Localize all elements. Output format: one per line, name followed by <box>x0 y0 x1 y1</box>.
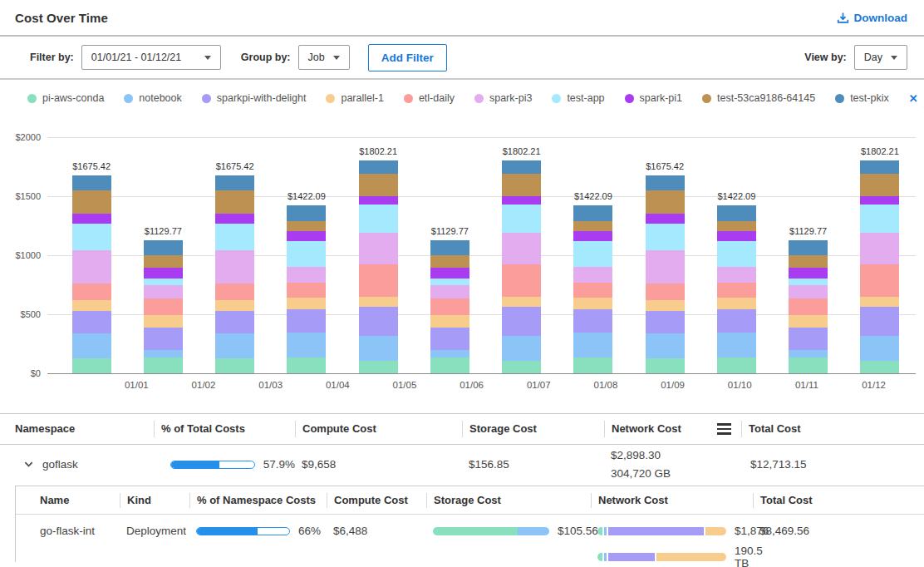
bar-segment-test-pkix[interactable] <box>646 175 685 190</box>
bar-segment-parallel-1[interactable] <box>72 300 111 311</box>
bar-segment-test-pkix[interactable] <box>144 240 183 256</box>
bar-segment-sparkpi-with-delight[interactable] <box>789 328 828 350</box>
bar-segment-sparkpi-with-delight[interactable] <box>359 307 398 336</box>
bar-segment-parallel-1[interactable] <box>430 315 469 328</box>
bar-segment-etl-daily[interactable] <box>287 283 326 298</box>
bar-segment-notebook[interactable] <box>573 333 612 357</box>
bar-segment-test-app[interactable] <box>502 205 541 233</box>
bar-segment-etl-daily[interactable] <box>573 283 612 298</box>
legend-item-spark-pi1[interactable]: spark-pi1 <box>625 92 682 104</box>
bar-segment-sparkpi-with-delight[interactable] <box>646 311 685 333</box>
bar-segment-spark-pi3[interactable] <box>573 267 612 283</box>
bar-01/10[interactable]: $1422.09 <box>717 191 756 373</box>
bar-segment-pi-aws-conda[interactable] <box>573 357 612 373</box>
bar-segment-pi-aws-conda[interactable] <box>144 357 183 373</box>
bar-segment-spark-pi1[interactable] <box>573 231 612 241</box>
bar-segment-test-pkix[interactable] <box>789 240 828 256</box>
bar-segment-test-app[interactable] <box>287 241 326 267</box>
bar-segment-spark-pi1[interactable] <box>430 268 469 279</box>
bar-segment-parallel-1[interactable] <box>717 298 756 309</box>
legend-item-pi-aws-conda[interactable]: pi-aws-conda <box>27 92 104 104</box>
bar-segment-test-53ca9186-64145[interactable] <box>359 174 398 196</box>
legend-item-notebook[interactable]: notebook <box>124 92 181 104</box>
bar-segment-spark-pi1[interactable] <box>72 214 111 223</box>
bar-segment-parallel-1[interactable] <box>860 297 899 307</box>
bar-segment-parallel-1[interactable] <box>573 298 612 309</box>
bar-segment-test-pkix[interactable] <box>287 205 326 221</box>
date-range-select[interactable]: 01/01/21 - 01/12/21 <box>81 45 221 70</box>
bar-segment-test-pkix[interactable] <box>72 175 111 190</box>
bar-segment-notebook[interactable] <box>430 350 469 357</box>
bar-01/09[interactable]: $1675.42 <box>646 161 685 373</box>
bar-segment-spark-pi3[interactable] <box>359 233 398 264</box>
bar-segment-spark-pi3[interactable] <box>287 267 326 283</box>
bar-segment-etl-daily[interactable] <box>430 298 469 315</box>
bar-segment-parallel-1[interactable] <box>502 297 541 307</box>
bar-segment-test-53ca9186-64145[interactable] <box>72 190 111 214</box>
legend-item-parallel-1[interactable]: parallel-1 <box>326 92 383 104</box>
bar-segment-pi-aws-conda[interactable] <box>430 357 469 373</box>
bar-segment-sparkpi-with-delight[interactable] <box>72 311 111 333</box>
bar-01/01[interactable]: $1675.42 <box>72 161 111 373</box>
bar-segment-spark-pi1[interactable] <box>860 196 899 205</box>
bar-segment-sparkpi-with-delight[interactable] <box>430 328 469 350</box>
bar-01/02[interactable]: $1129.77 <box>144 226 183 373</box>
bar-segment-test-53ca9186-64145[interactable] <box>717 221 756 232</box>
bar-segment-notebook[interactable] <box>72 333 111 358</box>
bar-segment-etl-daily[interactable] <box>789 298 828 315</box>
bar-segment-spark-pi3[interactable] <box>72 250 111 284</box>
namespace-cell[interactable]: goflask <box>15 458 154 471</box>
bar-segment-spark-pi1[interactable] <box>646 214 685 223</box>
add-filter-button[interactable]: Add Filter <box>368 44 447 71</box>
bar-segment-spark-pi3[interactable] <box>789 285 828 298</box>
bar-segment-spark-pi3[interactable] <box>502 233 541 264</box>
bar-segment-etl-daily[interactable] <box>860 264 899 297</box>
bar-segment-etl-daily[interactable] <box>144 298 183 315</box>
bar-segment-test-pkix[interactable] <box>502 160 541 174</box>
bar-segment-pi-aws-conda[interactable] <box>646 358 685 374</box>
bar-01/08[interactable]: $1422.09 <box>573 191 612 373</box>
bar-segment-notebook[interactable] <box>717 333 756 357</box>
bar-segment-notebook[interactable] <box>789 350 828 357</box>
bar-segment-parallel-1[interactable] <box>144 315 183 328</box>
bar-segment-spark-pi1[interactable] <box>789 268 828 279</box>
bar-segment-test-pkix[interactable] <box>860 160 899 174</box>
bar-01/11[interactable]: $1129.77 <box>789 226 828 373</box>
legend-item-spark-pi3[interactable]: spark-pi3 <box>474 92 532 104</box>
bar-segment-test-pkix[interactable] <box>359 160 398 174</box>
bar-segment-notebook[interactable] <box>359 336 398 361</box>
bar-segment-spark-pi1[interactable] <box>359 196 398 205</box>
legend-item-test-app[interactable]: test-app <box>552 92 604 104</box>
bar-segment-spark-pi1[interactable] <box>287 231 326 241</box>
bar-segment-test-pkix[interactable] <box>430 240 469 256</box>
legend-item-etl-daily[interactable]: etl-daily <box>404 92 455 104</box>
bar-segment-parallel-1[interactable] <box>789 315 828 328</box>
bar-segment-sparkpi-with-delight[interactable] <box>502 307 541 336</box>
bar-segment-pi-aws-conda[interactable] <box>72 358 111 374</box>
bar-segment-test-pkix[interactable] <box>573 205 612 221</box>
bar-segment-test-53ca9186-64145[interactable] <box>144 255 183 268</box>
deselect-all-button[interactable]: ✕ Deselect All <box>909 86 924 110</box>
bar-segment-pi-aws-conda[interactable] <box>717 357 756 373</box>
legend-item-test-53ca9186-64145[interactable]: test-53ca9186-64145 <box>702 92 815 104</box>
bar-segment-spark-pi1[interactable] <box>502 196 541 205</box>
bar-segment-spark-pi3[interactable] <box>860 233 899 264</box>
group-by-select[interactable]: Job <box>298 45 350 70</box>
bar-segment-sparkpi-with-delight[interactable] <box>573 309 612 333</box>
bar-segment-notebook[interactable] <box>215 333 254 358</box>
view-by-select[interactable]: Day <box>854 45 907 70</box>
bar-segment-test-app[interactable] <box>215 224 254 250</box>
bar-segment-spark-pi3[interactable] <box>144 285 183 298</box>
bar-segment-pi-aws-conda[interactable] <box>215 358 254 374</box>
bar-segment-pi-aws-conda[interactable] <box>359 361 398 373</box>
bar-segment-test-app[interactable] <box>144 279 183 285</box>
bar-segment-parallel-1[interactable] <box>215 300 254 311</box>
bar-segment-pi-aws-conda[interactable] <box>502 361 541 373</box>
bar-segment-parallel-1[interactable] <box>359 297 398 307</box>
bar-segment-etl-daily[interactable] <box>359 264 398 297</box>
bar-segment-sparkpi-with-delight[interactable] <box>144 328 183 350</box>
bar-segment-notebook[interactable] <box>502 336 541 361</box>
bar-segment-test-53ca9186-64145[interactable] <box>215 190 254 214</box>
bar-segment-pi-aws-conda[interactable] <box>860 361 899 373</box>
download-button[interactable]: Download <box>837 12 908 24</box>
